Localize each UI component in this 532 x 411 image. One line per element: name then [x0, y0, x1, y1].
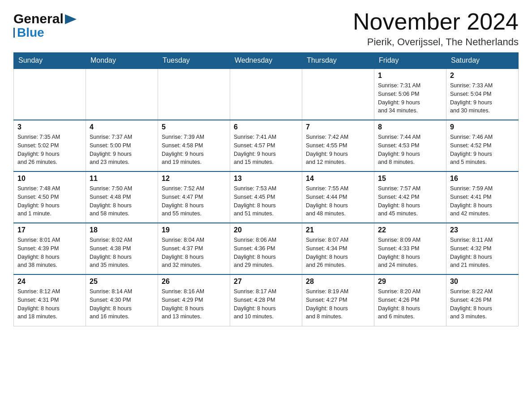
calendar-week-row: 10Sunrise: 7:48 AMSunset: 4:50 PMDayligh… [14, 171, 519, 223]
day-info: Sunrise: 7:37 AMSunset: 5:00 PMDaylight:… [90, 133, 154, 167]
calendar-cell: 9Sunrise: 7:46 AMSunset: 4:52 PMDaylight… [446, 120, 519, 171]
calendar-cell [230, 68, 302, 120]
calendar-week-row: 24Sunrise: 8:12 AMSunset: 4:31 PMDayligh… [14, 274, 519, 326]
day-number: 21 [306, 226, 370, 234]
day-info: Sunrise: 7:50 AMSunset: 4:48 PMDaylight:… [90, 184, 154, 218]
day-number: 26 [162, 278, 226, 286]
day-info: Sunrise: 7:39 AMSunset: 4:58 PMDaylight:… [162, 133, 226, 167]
day-info: Sunrise: 7:31 AMSunset: 5:06 PMDaylight:… [378, 81, 442, 115]
day-number: 7 [306, 123, 370, 131]
day-info: Sunrise: 8:09 AMSunset: 4:33 PMDaylight:… [378, 236, 442, 270]
day-number: 27 [234, 278, 298, 286]
day-info: Sunrise: 8:12 AMSunset: 4:31 PMDaylight:… [17, 287, 82, 321]
day-number: 28 [306, 278, 370, 286]
calendar-cell: 4Sunrise: 7:37 AMSunset: 5:00 PMDaylight… [86, 120, 158, 171]
col-header-friday: Friday [374, 53, 446, 69]
calendar-cell [302, 68, 374, 120]
day-number: 5 [162, 123, 226, 131]
calendar-cell: 27Sunrise: 8:17 AMSunset: 4:28 PMDayligh… [230, 274, 302, 326]
day-info: Sunrise: 7:48 AMSunset: 4:50 PMDaylight:… [17, 184, 82, 218]
logo-blue-text: Blue [17, 26, 44, 40]
logo-arrow-icon [65, 14, 77, 24]
title-block: November 2024 Pierik, Overijssel, The Ne… [353, 9, 519, 48]
day-number: 3 [17, 123, 82, 131]
day-number: 14 [306, 175, 370, 183]
day-info: Sunrise: 8:06 AMSunset: 4:36 PMDaylight:… [234, 236, 298, 270]
day-number: 8 [378, 123, 442, 131]
day-info: Sunrise: 7:55 AMSunset: 4:44 PMDaylight:… [306, 184, 370, 218]
calendar-week-row: 17Sunrise: 8:01 AMSunset: 4:39 PMDayligh… [14, 223, 519, 274]
day-info: Sunrise: 7:35 AMSunset: 5:02 PMDaylight:… [17, 133, 82, 167]
calendar-cell: 20Sunrise: 8:06 AMSunset: 4:36 PMDayligh… [230, 223, 302, 274]
day-number: 29 [378, 278, 442, 286]
day-info: Sunrise: 7:52 AMSunset: 4:47 PMDaylight:… [162, 184, 226, 218]
col-header-sunday: Sunday [14, 53, 86, 69]
calendar-cell: 12Sunrise: 7:52 AMSunset: 4:47 PMDayligh… [158, 171, 230, 223]
day-info: Sunrise: 7:33 AMSunset: 5:04 PMDaylight:… [450, 81, 515, 115]
col-header-saturday: Saturday [446, 53, 519, 69]
col-header-tuesday: Tuesday [158, 53, 230, 69]
day-number: 20 [234, 226, 298, 234]
day-info: Sunrise: 8:02 AMSunset: 4:38 PMDaylight:… [90, 236, 154, 270]
calendar-cell: 14Sunrise: 7:55 AMSunset: 4:44 PMDayligh… [302, 171, 374, 223]
day-info: Sunrise: 7:44 AMSunset: 4:53 PMDaylight:… [378, 133, 442, 167]
logo: General Blue [13, 9, 77, 40]
day-number: 16 [450, 175, 515, 183]
logo-general-text: General [13, 11, 64, 26]
calendar-cell: 21Sunrise: 8:07 AMSunset: 4:34 PMDayligh… [302, 223, 374, 274]
calendar-cell: 26Sunrise: 8:16 AMSunset: 4:29 PMDayligh… [158, 274, 230, 326]
day-number: 19 [162, 226, 226, 234]
day-info: Sunrise: 8:14 AMSunset: 4:30 PMDaylight:… [90, 287, 154, 321]
calendar-cell [86, 68, 158, 120]
day-number: 11 [90, 175, 154, 183]
day-number: 1 [378, 72, 442, 80]
calendar-cell: 7Sunrise: 7:42 AMSunset: 4:55 PMDaylight… [302, 120, 374, 171]
calendar-cell: 22Sunrise: 8:09 AMSunset: 4:33 PMDayligh… [374, 223, 446, 274]
calendar-cell: 8Sunrise: 7:44 AMSunset: 4:53 PMDaylight… [374, 120, 446, 171]
col-header-thursday: Thursday [302, 53, 374, 69]
day-number: 9 [450, 123, 515, 131]
day-info: Sunrise: 7:57 AMSunset: 4:42 PMDaylight:… [378, 184, 442, 218]
day-number: 23 [450, 226, 515, 234]
day-info: Sunrise: 8:22 AMSunset: 4:26 PMDaylight:… [450, 287, 515, 321]
calendar-cell: 30Sunrise: 8:22 AMSunset: 4:26 PMDayligh… [446, 274, 519, 326]
calendar-header-row: SundayMondayTuesdayWednesdayThursdayFrid… [14, 53, 519, 69]
calendar-cell: 3Sunrise: 7:35 AMSunset: 5:02 PMDaylight… [14, 120, 86, 171]
day-number: 17 [17, 226, 82, 234]
calendar-cell: 19Sunrise: 8:04 AMSunset: 4:37 PMDayligh… [158, 223, 230, 274]
day-info: Sunrise: 8:01 AMSunset: 4:39 PMDaylight:… [17, 236, 82, 270]
day-info: Sunrise: 8:16 AMSunset: 4:29 PMDaylight:… [162, 287, 226, 321]
logo-divider [13, 28, 15, 38]
day-number: 12 [162, 175, 226, 183]
calendar-cell: 2Sunrise: 7:33 AMSunset: 5:04 PMDaylight… [446, 68, 519, 120]
day-info: Sunrise: 7:46 AMSunset: 4:52 PMDaylight:… [450, 133, 515, 167]
calendar-week-row: 3Sunrise: 7:35 AMSunset: 5:02 PMDaylight… [14, 120, 519, 171]
calendar-table: SundayMondayTuesdayWednesdayThursdayFrid… [13, 52, 519, 326]
day-number: 13 [234, 175, 298, 183]
day-number: 15 [378, 175, 442, 183]
calendar-cell [14, 68, 86, 120]
day-number: 22 [378, 226, 442, 234]
calendar-cell: 17Sunrise: 8:01 AMSunset: 4:39 PMDayligh… [14, 223, 86, 274]
day-number: 24 [17, 278, 82, 286]
svg-marker-0 [65, 14, 77, 24]
day-info: Sunrise: 8:19 AMSunset: 4:27 PMDaylight:… [306, 287, 370, 321]
day-number: 30 [450, 278, 515, 286]
calendar-week-row: 1Sunrise: 7:31 AMSunset: 5:06 PMDaylight… [14, 68, 519, 120]
col-header-wednesday: Wednesday [230, 53, 302, 69]
day-info: Sunrise: 7:41 AMSunset: 4:57 PMDaylight:… [234, 133, 298, 167]
day-info: Sunrise: 8:20 AMSunset: 4:26 PMDaylight:… [378, 287, 442, 321]
month-year-title: November 2024 [353, 9, 519, 34]
location-subtitle: Pierik, Overijssel, The Netherlands [353, 36, 519, 48]
calendar-cell: 15Sunrise: 7:57 AMSunset: 4:42 PMDayligh… [374, 171, 446, 223]
day-number: 6 [234, 123, 298, 131]
calendar-cell: 23Sunrise: 8:11 AMSunset: 4:32 PMDayligh… [446, 223, 519, 274]
calendar-cell: 10Sunrise: 7:48 AMSunset: 4:50 PMDayligh… [14, 171, 86, 223]
calendar-cell: 5Sunrise: 7:39 AMSunset: 4:58 PMDaylight… [158, 120, 230, 171]
day-number: 2 [450, 72, 515, 80]
calendar-cell: 25Sunrise: 8:14 AMSunset: 4:30 PMDayligh… [86, 274, 158, 326]
day-info: Sunrise: 8:04 AMSunset: 4:37 PMDaylight:… [162, 236, 226, 270]
day-info: Sunrise: 7:53 AMSunset: 4:45 PMDaylight:… [234, 184, 298, 218]
calendar-cell: 24Sunrise: 8:12 AMSunset: 4:31 PMDayligh… [14, 274, 86, 326]
calendar-cell: 29Sunrise: 8:20 AMSunset: 4:26 PMDayligh… [374, 274, 446, 326]
